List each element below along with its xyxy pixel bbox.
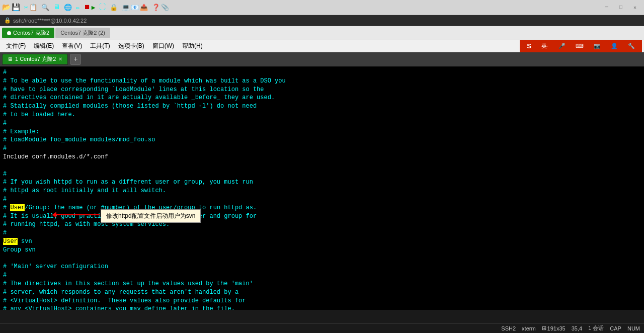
- sogou-btn-1[interactable]: 🎤: [554, 40, 570, 52]
- terminal-line: Include conf.modules.d/*.conf: [3, 153, 641, 161]
- terminal-line: #: [3, 170, 641, 179]
- annotation-arrow: [55, 214, 100, 215]
- conn-tab-1-label: Centos7 克隆2: [13, 29, 49, 37]
- toolbar-icon-fullscreen[interactable]: ⛶: [99, 4, 106, 11]
- status-sessions: 1 会话: [588, 324, 604, 332]
- terminal-window[interactable]: # # To be able to use the functionality …: [0, 66, 644, 310]
- menu-file[interactable]: 文件(F): [2, 40, 30, 52]
- toolbar-icon-globe[interactable]: 🌐: [64, 4, 72, 12]
- terminal-line: # directives contained in it are actuall…: [3, 94, 641, 102]
- conn-tab-2[interactable]: Centos7 克隆2 (2): [55, 28, 110, 38]
- conn-tab-dot: [7, 31, 11, 35]
- terminal-line: #: [3, 271, 641, 280]
- lock-icon: 🔒: [4, 17, 11, 24]
- sogou-btn-3[interactable]: 📷: [590, 40, 605, 52]
- toolbar-icon-upload[interactable]: 📤: [140, 4, 148, 12]
- terminal-line: # If you wish httpd to run as a differen…: [3, 178, 641, 187]
- terminal-line: # httpd as root initially and it will sw…: [3, 187, 641, 195]
- toolbar-icon-play[interactable]: ▶: [92, 4, 96, 12]
- sogou-btn-5[interactable]: 🔧: [624, 40, 639, 52]
- sogou-logo: S: [523, 40, 535, 52]
- status-size-val: 191x35: [547, 325, 566, 331]
- terminal-line: # To be able to use the functionality of…: [3, 77, 641, 86]
- toolbar-icon-screen[interactable]: 🖥: [53, 4, 60, 11]
- status-size: ⊞ 191x35: [542, 325, 566, 331]
- terminal-line: # 'Main' server configuration: [3, 263, 641, 271]
- annotation-box: 修改httpd配置文件启动用户为svn: [101, 209, 201, 223]
- annotation-arrowhead: [52, 212, 56, 218]
- toolbar-icon-save[interactable]: 💾: [12, 3, 20, 12]
- maximize-button[interactable]: □: [614, 1, 628, 15]
- add-session-button[interactable]: +: [70, 54, 81, 65]
- toolbar-icon-terminal[interactable]: 💻: [122, 4, 130, 12]
- terminal-line: # LoadModule foo_module modules/mod_foo.…: [3, 136, 641, 144]
- sogou-btn-2[interactable]: ⌨: [572, 40, 588, 52]
- toolbar-icon-help[interactable]: ❓: [152, 4, 160, 12]
- toolbar-icon-edit[interactable]: ✏: [76, 4, 80, 12]
- toolbar-icon-mail[interactable]: 📧: [131, 4, 139, 12]
- ssh-titlebar: 🔒 ssh://root:******@10.0.0.42:22: [0, 15, 644, 26]
- status-term: xterm: [522, 325, 536, 331]
- terminal-line: #: [3, 229, 641, 237]
- sogou-input-mode[interactable]: 英·: [537, 40, 552, 52]
- connection-tabs: Centos7 克隆2 Centos7 克隆2 (2): [0, 26, 644, 40]
- toolbar-icon-open[interactable]: 📂: [2, 3, 11, 12]
- terminal-line: # server, which responds to any requests…: [3, 288, 641, 297]
- status-pos: 35,4: [572, 325, 582, 331]
- status-size-icon: ⊞: [542, 325, 546, 331]
- terminal-line: # any <VirtualHost> containers you may d…: [3, 305, 641, 310]
- status-ssh: SSH2: [501, 325, 516, 331]
- session-tab-icon: 🖥: [8, 56, 13, 62]
- conn-tab-2-label: Centos7 克隆2 (2): [60, 30, 105, 36]
- terminal-line: [3, 255, 641, 263]
- minimize-button[interactable]: ─: [600, 1, 614, 15]
- terminal-line: # User/Group: The name (or #number) of t…: [3, 204, 641, 212]
- terminal-line: # Example:: [3, 128, 641, 136]
- annotation-text: 修改httpd配置文件启动用户为svn: [106, 212, 195, 219]
- terminal-line: #: [3, 119, 641, 128]
- menubar: 文件(F) 编辑(E) 查看(V) 工具(T) 选项卡(B) 窗口(W) 帮助(…: [0, 40, 644, 52]
- conn-tab-1[interactable]: Centos7 克隆2: [2, 28, 54, 38]
- toolbar-icon-copy[interactable]: 📋: [29, 4, 37, 12]
- terminal-line: # <VirtualHost> definition. These values…: [3, 297, 641, 305]
- session-tabbar: 🖥 1 Centos7 克隆2 ✕ +: [0, 52, 644, 66]
- terminal-line: # It is usually good practice to create …: [3, 212, 641, 221]
- menu-window[interactable]: 窗口(W): [148, 40, 178, 52]
- terminal-line: # The directives in this section set up …: [3, 280, 641, 288]
- menu-tools[interactable]: 工具(T): [86, 40, 114, 52]
- toolbar-icon-lock[interactable]: 🔒: [110, 4, 118, 12]
- close-button[interactable]: ✕: [628, 1, 642, 15]
- toolbar-icon-search[interactable]: 🔍: [41, 4, 49, 12]
- terminal-line: # have to place corresponding `LoadModul…: [3, 86, 641, 94]
- terminal-line: [3, 161, 641, 170]
- terminal-line-group: Group svn: [3, 246, 641, 255]
- terminal-line: # running httpd, as with most system ser…: [3, 220, 641, 229]
- toolbar-icon-cut[interactable]: ✂: [24, 4, 28, 12]
- terminal-line: #: [3, 68, 641, 77]
- sogou-btn-4[interactable]: 👤: [607, 40, 622, 52]
- menu-edit[interactable]: 编辑(E): [30, 40, 58, 52]
- statusbar: SSH2 xterm ⊞ 191x35 35,4 1 会话 CAP NUM: [0, 323, 644, 333]
- status-num: NUM: [627, 325, 640, 331]
- menu-view[interactable]: 查看(V): [58, 40, 86, 52]
- terminal-line: #: [3, 144, 641, 153]
- menu-tabs[interactable]: 选项卡(B): [114, 40, 148, 52]
- ssh-address: ssh://root:******@10.0.0.42:22: [13, 18, 87, 24]
- terminal-line: # to be loaded here.: [3, 111, 641, 119]
- terminal-line-user: User svn: [3, 237, 641, 246]
- toolbar: 📂 💾 ✂ 📋 🔍 🖥 🌐 ✏ ⏹ ▶ ⛶ 🔒 💻 📧 📤 ❓ 📎 ─ □ ✕: [0, 0, 644, 15]
- session-tab-1[interactable]: 🖥 1 Centos7 克隆2 ✕: [2, 54, 68, 65]
- menu-help[interactable]: 帮助(H): [178, 40, 207, 52]
- toolbar-icon-attach[interactable]: 📎: [161, 4, 169, 12]
- terminal-line: # Statically compiled modules (those lis…: [3, 102, 641, 111]
- session-tab-label: 1 Centos7 克隆2: [15, 55, 56, 63]
- status-caps: CAP: [610, 325, 621, 331]
- toolbar-icon-stop[interactable]: ⏹: [84, 4, 91, 11]
- terminal-line: #: [3, 195, 641, 204]
- session-tab-close[interactable]: ✕: [58, 56, 62, 62]
